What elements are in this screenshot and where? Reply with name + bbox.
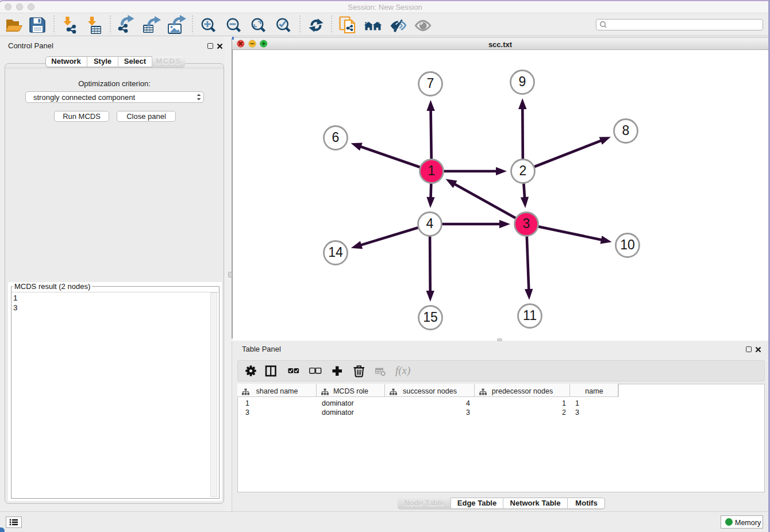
svg-text:8: 8 bbox=[622, 123, 630, 138]
svg-text:10: 10 bbox=[620, 237, 635, 252]
svg-text:11: 11 bbox=[523, 308, 537, 323]
svg-text:3: 3 bbox=[523, 216, 530, 231]
svg-text:9: 9 bbox=[519, 74, 526, 89]
svg-text:2: 2 bbox=[519, 163, 527, 178]
svg-text:7: 7 bbox=[427, 76, 434, 91]
svg-text:6: 6 bbox=[332, 130, 340, 145]
svg-text:14: 14 bbox=[328, 245, 343, 260]
svg-text:4: 4 bbox=[426, 216, 434, 231]
svg-text:1: 1 bbox=[428, 163, 436, 178]
svg-text:15: 15 bbox=[423, 310, 438, 325]
